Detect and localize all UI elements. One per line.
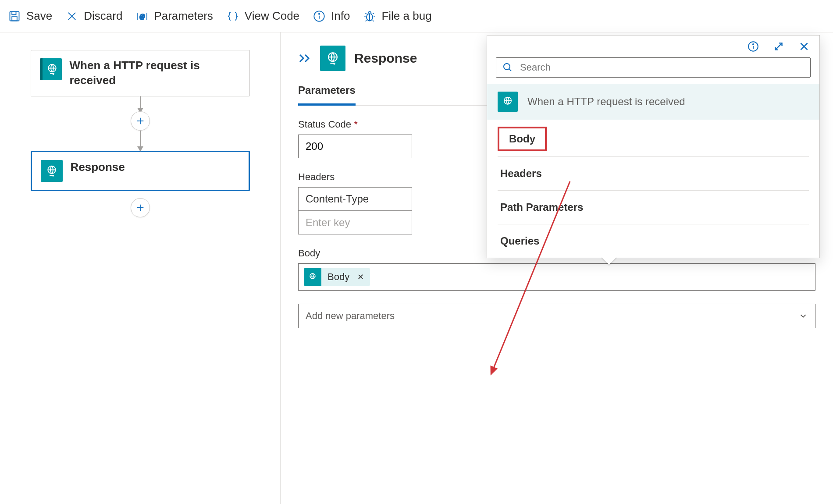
add-step-button-end[interactable] bbox=[131, 198, 150, 217]
expand-icon[interactable] bbox=[772, 40, 785, 53]
trigger-node-title: When a HTTP request is received bbox=[70, 58, 241, 88]
status-code-input[interactable] bbox=[298, 135, 412, 158]
info-icon bbox=[313, 10, 326, 23]
popup-search[interactable] bbox=[496, 57, 811, 78]
info-icon[interactable] bbox=[747, 40, 760, 53]
braces-icon bbox=[226, 10, 239, 23]
http-icon bbox=[320, 46, 345, 71]
viewcode-button[interactable]: View Code bbox=[226, 9, 299, 23]
svg-point-5 bbox=[319, 13, 320, 14]
discard-button[interactable]: Discard bbox=[65, 9, 122, 23]
response-node[interactable]: Response bbox=[31, 151, 250, 191]
popup-pointer bbox=[601, 257, 617, 265]
popup-section-title: When a HTTP request is received bbox=[527, 96, 685, 108]
bug-label: File a bug bbox=[381, 9, 431, 23]
trigger-node[interactable]: When a HTTP request is received bbox=[31, 50, 250, 96]
tab-parameters[interactable]: Parameters bbox=[298, 84, 356, 106]
svg-point-13 bbox=[753, 44, 754, 45]
body-token[interactable]: Body ✕ bbox=[304, 268, 370, 286]
svg-rect-1 bbox=[12, 17, 17, 21]
http-icon bbox=[40, 58, 62, 80]
add-step-button[interactable] bbox=[131, 111, 150, 131]
save-icon bbox=[8, 10, 21, 23]
http-icon bbox=[304, 268, 321, 286]
panel-title: Response bbox=[354, 51, 417, 66]
search-icon bbox=[502, 62, 513, 73]
close-icon[interactable] bbox=[797, 40, 811, 53]
save-label: Save bbox=[26, 9, 52, 23]
response-node-title: Response bbox=[71, 160, 125, 175]
add-parameters-label: Add new parameters bbox=[306, 310, 395, 322]
save-button[interactable]: Save bbox=[8, 9, 52, 23]
popup-item-headers[interactable]: Headers bbox=[498, 157, 809, 191]
close-icon bbox=[65, 10, 78, 23]
parameters-button[interactable]: @ Parameters bbox=[135, 9, 213, 23]
header-key-new[interactable]: Enter key bbox=[298, 211, 412, 234]
parameters-icon: @ bbox=[135, 10, 149, 23]
popup-search-input[interactable] bbox=[519, 61, 804, 74]
popup-section-header: When a HTTP request is received bbox=[487, 84, 819, 120]
parameters-label: Parameters bbox=[154, 9, 213, 23]
svg-text:@: @ bbox=[139, 13, 145, 20]
chevron-down-icon bbox=[798, 311, 808, 321]
body-input[interactable]: Body ✕ bbox=[298, 263, 815, 291]
header-key-0[interactable]: Content-Type bbox=[298, 187, 412, 211]
bug-button[interactable]: File a bug bbox=[363, 9, 431, 23]
svg-rect-0 bbox=[10, 11, 19, 21]
info-label: Info bbox=[331, 9, 350, 23]
add-parameters-dropdown[interactable]: Add new parameters bbox=[298, 304, 815, 328]
action-panel: Response Parameters Status Code * Header… bbox=[281, 32, 833, 504]
toolbar: Save Discard @ Parameters View Code Info… bbox=[0, 0, 833, 32]
workflow-canvas: When a HTTP request is received Response bbox=[0, 32, 281, 504]
viewcode-label: View Code bbox=[245, 9, 299, 23]
body-token-label: Body bbox=[321, 271, 356, 283]
token-remove-icon[interactable]: ✕ bbox=[356, 272, 370, 282]
popup-item-path[interactable]: Path Parameters bbox=[498, 191, 809, 224]
svg-point-14 bbox=[504, 64, 510, 70]
connector-1 bbox=[131, 96, 150, 151]
popup-item-list: Body Headers Path Parameters Queries bbox=[487, 120, 819, 258]
bug-icon bbox=[363, 10, 376, 23]
popup-item-body[interactable]: Body bbox=[498, 127, 547, 151]
popup-item-queries[interactable]: Queries bbox=[498, 224, 809, 258]
dynamic-content-popup: When a HTTP request is received Body Hea… bbox=[487, 35, 820, 258]
http-icon bbox=[41, 160, 63, 182]
discard-label: Discard bbox=[84, 9, 122, 23]
collapse-icon[interactable] bbox=[298, 53, 311, 64]
http-icon bbox=[498, 92, 518, 112]
main: When a HTTP request is received Response bbox=[0, 32, 833, 504]
info-button[interactable]: Info bbox=[313, 9, 350, 23]
